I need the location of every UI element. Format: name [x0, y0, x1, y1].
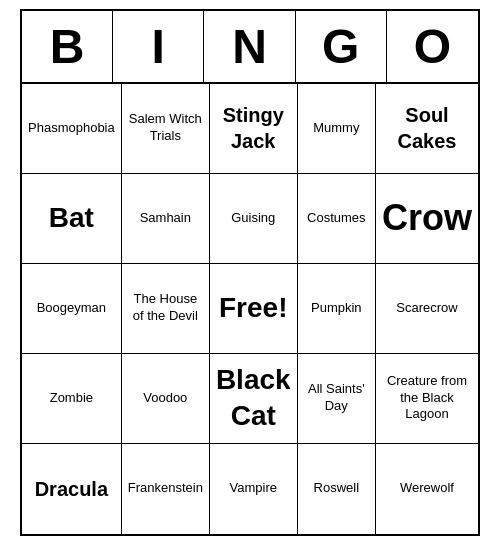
header-letter: G: [296, 11, 387, 82]
cell-text: Phasmophobia: [28, 120, 115, 137]
cell-text: Vampire: [230, 480, 277, 497]
cell-text: Zombie: [50, 390, 93, 407]
cell-text: Soul Cakes: [382, 102, 472, 154]
bingo-cell: Crow: [376, 174, 478, 264]
bingo-cell: Zombie: [22, 354, 122, 444]
cell-text: Guising: [231, 210, 275, 227]
cell-text: Scarecrow: [396, 300, 457, 317]
cell-text: Voodoo: [143, 390, 187, 407]
cell-text: Free!: [219, 290, 287, 326]
cell-text: All Saints' Day: [304, 381, 369, 415]
bingo-cell: Soul Cakes: [376, 84, 478, 174]
cell-text: Samhain: [140, 210, 191, 227]
header-letter: I: [113, 11, 204, 82]
cell-text: Crow: [382, 195, 472, 242]
bingo-cell: Black Cat: [210, 354, 298, 444]
bingo-cell: Mummy: [298, 84, 376, 174]
bingo-cell: Vampire: [210, 444, 298, 534]
bingo-cell: Werewolf: [376, 444, 478, 534]
bingo-cell: Free!: [210, 264, 298, 354]
bingo-cell: Stingy Jack: [210, 84, 298, 174]
bingo-cell: Guising: [210, 174, 298, 264]
cell-text: Dracula: [35, 476, 108, 502]
cell-text: Werewolf: [400, 480, 454, 497]
cell-text: Roswell: [314, 480, 360, 497]
cell-text: Bat: [49, 200, 94, 236]
bingo-cell: Scarecrow: [376, 264, 478, 354]
cell-text: Stingy Jack: [216, 102, 291, 154]
header-letter: N: [204, 11, 295, 82]
bingo-cell: Phasmophobia: [22, 84, 122, 174]
cell-text: Pumpkin: [311, 300, 362, 317]
bingo-card: BINGO PhasmophobiaSalem Witch TrialsStin…: [20, 9, 480, 536]
cell-text: The House of the Devil: [128, 291, 203, 325]
header-letter: B: [22, 11, 113, 82]
bingo-header: BINGO: [22, 11, 478, 84]
bingo-cell: Roswell: [298, 444, 376, 534]
cell-text: Mummy: [313, 120, 359, 137]
cell-text: Black Cat: [216, 362, 291, 435]
cell-text: Frankenstein: [128, 480, 203, 497]
cell-text: Costumes: [307, 210, 366, 227]
bingo-cell: Dracula: [22, 444, 122, 534]
bingo-grid: PhasmophobiaSalem Witch TrialsStingy Jac…: [22, 84, 478, 534]
bingo-cell: The House of the Devil: [122, 264, 210, 354]
bingo-cell: Pumpkin: [298, 264, 376, 354]
bingo-cell: Voodoo: [122, 354, 210, 444]
bingo-cell: Boogeyman: [22, 264, 122, 354]
cell-text: Creature from the Black Lagoon: [382, 373, 472, 424]
cell-text: Boogeyman: [37, 300, 106, 317]
bingo-cell: Bat: [22, 174, 122, 264]
bingo-cell: Salem Witch Trials: [122, 84, 210, 174]
bingo-cell: Costumes: [298, 174, 376, 264]
bingo-cell: All Saints' Day: [298, 354, 376, 444]
cell-text: Salem Witch Trials: [128, 111, 203, 145]
bingo-cell: Frankenstein: [122, 444, 210, 534]
bingo-cell: Samhain: [122, 174, 210, 264]
header-letter: O: [387, 11, 478, 82]
bingo-cell: Creature from the Black Lagoon: [376, 354, 478, 444]
